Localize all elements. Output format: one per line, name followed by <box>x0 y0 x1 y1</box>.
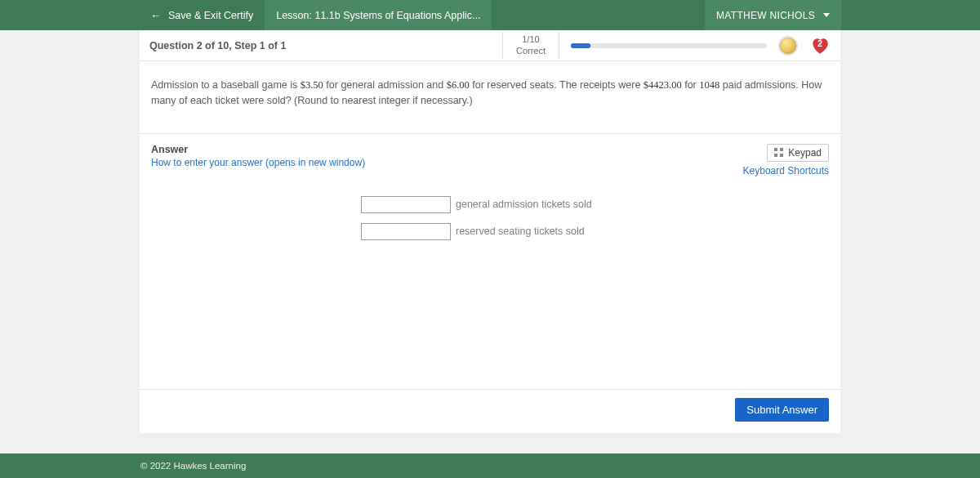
back-arrow-icon: ← <box>150 9 162 22</box>
input-row-reserved: reserved seating tickets sold <box>151 223 829 240</box>
general-admission-suffix: general admission tickets sold <box>456 199 619 210</box>
user-name: MATTHEW NICHOLS <box>716 10 815 21</box>
lesson-title: Lesson: 11.1b Systems of Equations Appli… <box>265 0 492 30</box>
keypad-button[interactable]: Keypad <box>767 144 829 162</box>
save-exit-button[interactable]: ← Save & Exit Certify <box>139 0 265 30</box>
input-row-general: general admission tickets sold <box>151 196 829 213</box>
submit-bar: Submit Answer <box>140 389 840 433</box>
save-exit-label: Save & Exit Certify <box>168 10 253 21</box>
copyright: © 2022 Hawkes Learning <box>140 461 246 471</box>
answer-header: Answer How to enter your answer (opens i… <box>140 134 840 180</box>
general-admission-input[interactable] <box>361 196 451 213</box>
answer-inputs: general admission tickets sold reserved … <box>140 180 840 389</box>
footer: © 2022 Hawkes Learning <box>0 453 980 478</box>
lives-count: 2 <box>817 38 822 48</box>
lives-indicator: 2 <box>809 35 831 56</box>
keypad-icon <box>774 148 783 157</box>
question-header: Question 2 of 10, Step 1 of 1 1/10 Corre… <box>140 30 840 61</box>
question-text: Admission to a baseball game is $3.50 fo… <box>140 61 840 134</box>
answer-help-link[interactable]: How to enter your answer (opens in new w… <box>151 157 365 168</box>
keyboard-shortcuts-link[interactable]: Keyboard Shortcuts <box>743 165 829 176</box>
progress-bar <box>571 43 767 48</box>
question-panel: Question 2 of 10, Step 1 of 1 1/10 Corre… <box>140 30 840 433</box>
question-title: Question 2 of 10, Step 1 of 1 <box>149 40 286 51</box>
submit-answer-button[interactable]: Submit Answer <box>735 398 829 422</box>
user-menu[interactable]: MATTHEW NICHOLS <box>705 0 841 30</box>
reserved-seating-suffix: reserved seating tickets sold <box>456 226 619 237</box>
progress-fill <box>571 43 590 48</box>
reserved-seating-input[interactable] <box>361 223 451 240</box>
correct-fraction: 1/10 <box>516 34 546 45</box>
correct-counter: 1/10 Correct <box>502 32 559 58</box>
correct-label: Correct <box>516 46 546 56</box>
coin-icon <box>778 36 798 56</box>
top-navbar: ← Save & Exit Certify Lesson: 11.1b Syst… <box>0 0 980 30</box>
caret-down-icon <box>823 13 830 17</box>
answer-label: Answer <box>151 144 365 155</box>
progress-area: 1/10 Correct 2 <box>502 32 831 58</box>
